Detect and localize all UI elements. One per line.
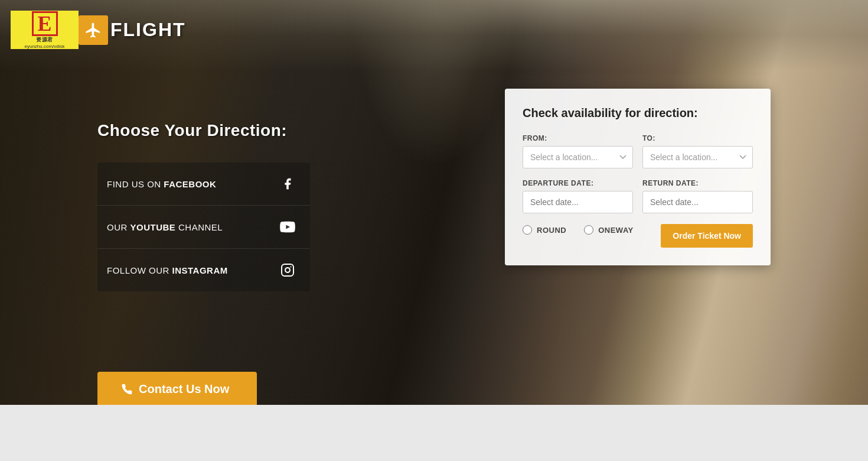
youtube-highlight: YOUTUBE — [130, 222, 176, 232]
order-btn-label: Order Ticket Now — [673, 231, 741, 241]
to-group: TO: Select a location... — [642, 134, 753, 168]
return-label: RETURN DATE: — [642, 179, 753, 187]
booking-panel: Check availability for direction: FROM: … — [505, 89, 771, 265]
svg-rect-1 — [282, 264, 293, 276]
youtube-suffix: CHANNEL — [175, 222, 223, 232]
logo-brand-url: eyunzhu.com/vdisk — [24, 44, 64, 49]
logo-area: E 资源君 eyunzhu.com/vdisk FLIGHT — [11, 11, 186, 49]
oneway-label: ONEWAY — [598, 226, 634, 235]
flight-icon-box — [79, 15, 108, 45]
round-option[interactable]: ROUND — [523, 225, 566, 235]
departure-group: DEPARTURE DATE: — [523, 179, 633, 213]
order-button[interactable]: Order Ticket Now — [661, 224, 753, 248]
facebook-icon — [275, 171, 301, 197]
youtube-prefix: OUR — [107, 222, 130, 232]
facebook-prefix: FIND US ON — [107, 179, 164, 189]
logo-brand-name: 资源君 — [36, 36, 53, 44]
from-group: FROM: Select a location... — [523, 134, 633, 168]
bottom-bar — [0, 405, 868, 461]
instagram-button[interactable]: FOLLOW OUR INSTAGRAM — [97, 249, 310, 291]
page-content: E 资源君 eyunzhu.com/vdisk FLIGHT Choose Yo… — [0, 0, 868, 461]
from-label: FROM: — [523, 134, 633, 142]
instagram-icon — [275, 257, 301, 283]
phone-icon — [121, 384, 133, 395]
logo-e-letter: E — [32, 11, 58, 36]
facebook-highlight: FACEBOOK — [164, 179, 216, 189]
return-input[interactable] — [642, 191, 753, 213]
panel-title: Check availability for direction: — [523, 106, 753, 120]
from-to-row: FROM: Select a location... TO: Select a … — [523, 134, 753, 168]
choose-direction-heading: Choose Your Direction: — [97, 121, 287, 140]
departure-input[interactable] — [523, 191, 633, 213]
departure-label: DEPARTURE DATE: — [523, 179, 633, 187]
flight-text: FLIGHT — [110, 19, 186, 41]
radio-order-row: ROUND ONEWAY Order Ticket Now — [523, 224, 753, 248]
instagram-highlight: INSTAGRAM — [172, 265, 228, 275]
contact-button[interactable]: Contact Us Now — [97, 372, 257, 407]
oneway-radio[interactable] — [584, 225, 593, 235]
instagram-label: FOLLOW OUR INSTAGRAM — [107, 265, 228, 275]
social-buttons: FIND US ON FACEBOOK OUR YOUTUBE CHANNEL — [97, 163, 310, 291]
oneway-option[interactable]: ONEWAY — [584, 225, 634, 235]
instagram-prefix: FOLLOW OUR — [107, 265, 172, 275]
logo-flight-area: FLIGHT — [79, 15, 186, 45]
from-select[interactable]: Select a location... — [523, 146, 633, 168]
radio-options: ROUND ONEWAY — [523, 225, 634, 235]
to-select[interactable]: Select a location... — [642, 146, 753, 168]
facebook-button[interactable]: FIND US ON FACEBOOK — [97, 163, 310, 206]
date-row: DEPARTURE DATE: RETURN DATE: — [523, 179, 753, 213]
return-group: RETURN DATE: — [642, 179, 753, 213]
logo-box: E 资源君 eyunzhu.com/vdisk — [11, 11, 79, 49]
round-label: ROUND — [537, 226, 566, 235]
facebook-label: FIND US ON FACEBOOK — [107, 179, 216, 189]
contact-label: Contact Us Now — [139, 382, 229, 396]
youtube-button[interactable]: OUR YOUTUBE CHANNEL — [97, 206, 310, 249]
airplane-icon — [84, 21, 102, 39]
round-radio[interactable] — [523, 225, 532, 235]
youtube-icon — [275, 214, 301, 240]
youtube-label: OUR YOUTUBE CHANNEL — [107, 222, 223, 232]
to-label: TO: — [642, 134, 753, 142]
